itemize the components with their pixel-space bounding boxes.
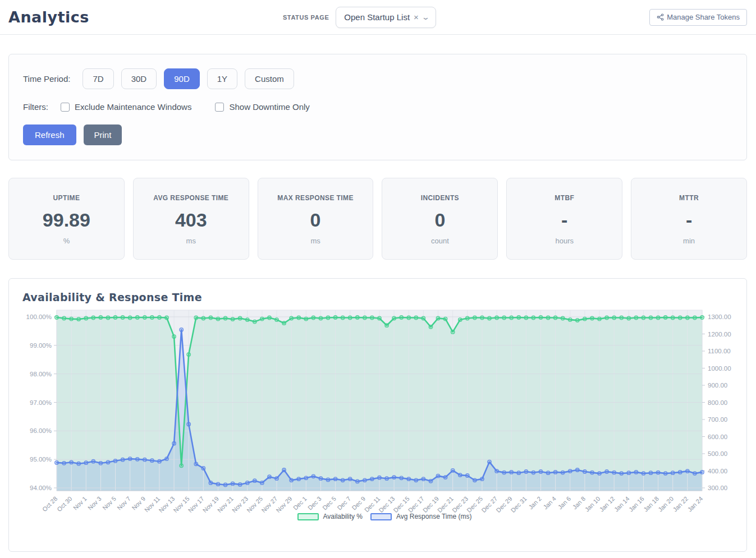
stat-value: 99.89 [9, 209, 124, 231]
stat-label: MTBF [507, 194, 622, 202]
svg-text:Dec 19: Dec 19 [421, 495, 440, 514]
stat-unit: hours [507, 237, 622, 245]
svg-text:Nov 29: Nov 29 [274, 495, 293, 514]
svg-text:95.00%: 95.00% [30, 456, 52, 463]
svg-text:Dec 27: Dec 27 [480, 495, 498, 514]
svg-text:Nov 19: Nov 19 [201, 495, 220, 514]
stat-label: AVG RESPONSE TIME [134, 194, 249, 202]
svg-text:99.00%: 99.00% [30, 342, 52, 349]
svg-text:Nov 3: Nov 3 [86, 495, 103, 511]
status-page-select[interactable]: Open Startup List × ⌄ [336, 7, 436, 28]
svg-text:Dec 13: Dec 13 [377, 495, 396, 514]
svg-text:Jan 24: Jan 24 [686, 495, 704, 513]
response-time-swatch-icon [370, 513, 392, 520]
svg-text:100.00%: 100.00% [26, 313, 52, 320]
svg-text:400.00: 400.00 [708, 468, 727, 474]
exclude-maintenance-label: Exclude Maintenance Windows [75, 102, 191, 112]
chart-legend: Availability % Avg Response Time (ms) [22, 513, 746, 520]
svg-text:Jan 14: Jan 14 [613, 495, 631, 513]
stat-unit: ms [134, 237, 249, 245]
period-button-custom[interactable]: Custom [245, 68, 294, 89]
svg-text:96.00%: 96.00% [30, 427, 52, 434]
legend-item-availability: Availability % [297, 513, 363, 520]
status-page-selected-value: Open Startup List [344, 12, 410, 22]
stat-card-mtbf: MTBF - hours [506, 178, 622, 260]
svg-text:700.00: 700.00 [708, 416, 727, 423]
period-button-1y[interactable]: 1Y [207, 68, 237, 89]
stat-value: 0 [382, 209, 497, 231]
stat-unit: ms [258, 237, 373, 245]
svg-text:Jan 4: Jan 4 [542, 495, 558, 511]
svg-text:Dec 31: Dec 31 [510, 495, 528, 514]
stat-label: INCIDENTS [382, 194, 497, 202]
exclude-maintenance-checkbox[interactable]: Exclude Maintenance Windows [61, 102, 191, 112]
stat-label: MAX RESPONSE TIME [258, 194, 373, 202]
filter-panel: Time Period: 7D 30D 90D 1Y Custom Filter… [8, 54, 747, 160]
svg-text:Nov 25: Nov 25 [245, 495, 264, 514]
svg-text:Dec 1: Dec 1 [292, 495, 308, 511]
status-page-label: STATUS PAGE [283, 14, 329, 21]
clear-selection-icon[interactable]: × [414, 12, 419, 22]
svg-text:Dec 29: Dec 29 [495, 495, 514, 514]
svg-text:Nov 15: Nov 15 [172, 495, 191, 514]
svg-text:1300.00: 1300.00 [708, 313, 731, 320]
stat-unit: count [382, 237, 497, 245]
svg-text:Jan 6: Jan 6 [557, 495, 572, 511]
svg-text:94.00%: 94.00% [30, 485, 52, 491]
svg-text:Dec 15: Dec 15 [392, 495, 411, 514]
period-button-30d[interactable]: 30D [121, 68, 157, 89]
svg-text:Jan 2: Jan 2 [527, 495, 543, 511]
svg-text:Oct 28: Oct 28 [41, 495, 58, 513]
availability-swatch-icon [297, 513, 319, 520]
svg-text:Jan 16: Jan 16 [627, 495, 645, 513]
stat-card-avg-response: AVG RESPONSE TIME 403 ms [133, 178, 249, 260]
stat-card-max-response: MAX RESPONSE TIME 0 ms [258, 178, 374, 260]
header: Analytics STATUS PAGE Open Startup List … [0, 0, 756, 35]
svg-text:600.00: 600.00 [708, 434, 727, 440]
checkbox-icon[interactable] [215, 103, 224, 112]
svg-text:Oct 30: Oct 30 [56, 495, 73, 513]
svg-text:98.00%: 98.00% [30, 371, 52, 377]
stat-unit: min [631, 237, 746, 245]
svg-text:Dec 7: Dec 7 [336, 495, 352, 511]
svg-text:Dec 25: Dec 25 [465, 495, 484, 514]
legend-label: Avg Response Time (ms) [396, 513, 472, 520]
period-button-7d[interactable]: 7D [83, 68, 113, 89]
stat-value: - [631, 209, 746, 231]
svg-text:900.00: 900.00 [708, 382, 727, 389]
svg-text:1100.00: 1100.00 [708, 348, 731, 354]
svg-text:300.00: 300.00 [708, 485, 727, 491]
period-button-90d[interactable]: 90D [164, 68, 200, 89]
stat-value: 403 [134, 209, 249, 231]
checkbox-icon[interactable] [61, 103, 70, 112]
svg-text:800.00: 800.00 [708, 399, 727, 406]
stat-card-uptime: UPTIME 99.89 % [8, 178, 125, 260]
svg-text:1200.00: 1200.00 [708, 331, 731, 338]
time-period-button-group: 7D 30D 90D 1Y Custom [83, 68, 294, 89]
svg-text:97.00%: 97.00% [30, 399, 52, 406]
svg-text:Jan 10: Jan 10 [584, 495, 602, 513]
svg-text:1000.00: 1000.00 [708, 365, 731, 372]
page-title: Analytics [8, 8, 89, 26]
chevron-down-icon: ⌄ [421, 13, 430, 21]
svg-text:Jan 12: Jan 12 [598, 495, 616, 513]
chart-panel: Availability & Response Time 100.00%99.0… [8, 278, 747, 552]
svg-text:Nov 7: Nov 7 [116, 495, 132, 511]
svg-text:Nov 17: Nov 17 [187, 495, 205, 514]
show-downtime-checkbox[interactable]: Show Downtime Only [215, 102, 309, 112]
svg-text:Dec 21: Dec 21 [436, 495, 455, 514]
stats-row: UPTIME 99.89 % AVG RESPONSE TIME 403 ms … [8, 178, 747, 260]
stat-value: - [507, 209, 622, 231]
availability-response-chart: 100.00%99.00%98.00%97.00%96.00%95.00%94.… [22, 307, 752, 527]
svg-text:500.00: 500.00 [708, 450, 727, 457]
svg-text:Nov 21: Nov 21 [216, 495, 235, 514]
svg-text:Dec 23: Dec 23 [451, 495, 469, 514]
chart-title: Availability & Response Time [22, 291, 746, 303]
svg-text:Jan 18: Jan 18 [642, 495, 660, 513]
manage-share-tokens-button[interactable]: Manage Share Tokens [649, 9, 747, 26]
svg-text:Jan 20: Jan 20 [657, 495, 675, 513]
print-button[interactable]: Print [84, 124, 122, 145]
filters-label: Filters: [23, 102, 48, 112]
refresh-button[interactable]: Refresh [23, 124, 76, 145]
legend-label: Availability % [323, 513, 363, 520]
